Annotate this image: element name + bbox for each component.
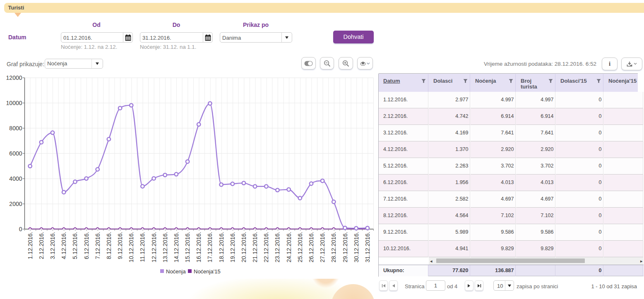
svg-text:3.12.2016.: 3.12.2016.	[49, 232, 56, 259]
svg-text:19.12.2016.: 19.12.2016.	[229, 232, 236, 263]
svg-text:5.12.2016.: 5.12.2016.	[72, 232, 78, 259]
svg-text:24.12.2016.: 24.12.2016.	[286, 232, 292, 263]
svg-text:9.12.2016.: 9.12.2016.	[117, 232, 123, 259]
svg-text:20.12.2016.: 20.12.2016.	[240, 232, 247, 263]
svg-text:17.12.2016.: 17.12.2016.	[207, 232, 213, 263]
svg-text:6000: 6000	[9, 150, 22, 157]
svg-text:23.12.2016.: 23.12.2016.	[274, 232, 281, 263]
svg-text:21.12.2016.: 21.12.2016.	[252, 232, 258, 263]
svg-text:25.12.2016.: 25.12.2016.	[297, 232, 303, 263]
svg-text:13.12.2016.: 13.12.2016.	[162, 232, 168, 263]
svg-text:18.12.2016.: 18.12.2016.	[218, 232, 225, 263]
svg-text:1.12.2016.: 1.12.2016.	[27, 232, 34, 259]
svg-text:12.12.2016.: 12.12.2016.	[151, 232, 157, 263]
svg-text:10000: 10000	[6, 100, 22, 106]
svg-text:10.12.2016.: 10.12.2016.	[128, 232, 135, 263]
svg-text:16.12.2016.: 16.12.2016.	[195, 232, 202, 263]
svg-text:4000: 4000	[9, 175, 22, 182]
svg-text:6.12.2016.: 6.12.2016.	[83, 232, 90, 259]
svg-text:8000: 8000	[9, 125, 22, 132]
svg-text:15.12.2016.: 15.12.2016.	[184, 232, 191, 263]
svg-text:26.12.2016.: 26.12.2016.	[308, 232, 315, 263]
svg-text:12000: 12000	[6, 74, 22, 81]
svg-text:27.12.2016.: 27.12.2016.	[319, 232, 326, 263]
svg-text:30.12.2016.: 30.12.2016.	[353, 232, 360, 263]
svg-text:28.12.2016.: 28.12.2016.	[330, 232, 337, 263]
svg-text:29.12.2016.: 29.12.2016.	[342, 232, 348, 263]
svg-text:14.12.2016.: 14.12.2016.	[173, 232, 180, 263]
svg-text:22.12.2016.: 22.12.2016.	[263, 232, 269, 263]
svg-text:4.12.2016.: 4.12.2016.	[60, 232, 67, 259]
svg-text:Noćenja'15: Noćenja'15	[194, 268, 221, 275]
svg-text:11.12.2016.: 11.12.2016.	[139, 232, 146, 262]
svg-text:0: 0	[19, 226, 22, 232]
svg-text:7.12.2016.: 7.12.2016.	[94, 232, 101, 259]
svg-text:Noćenja: Noćenja	[166, 268, 186, 275]
svg-text:31.12.2016.: 31.12.2016.	[364, 232, 371, 263]
svg-text:8.12.2016.: 8.12.2016.	[106, 232, 112, 259]
svg-text:2000: 2000	[9, 201, 22, 207]
svg-text:2.12.2016.: 2.12.2016.	[38, 232, 45, 259]
